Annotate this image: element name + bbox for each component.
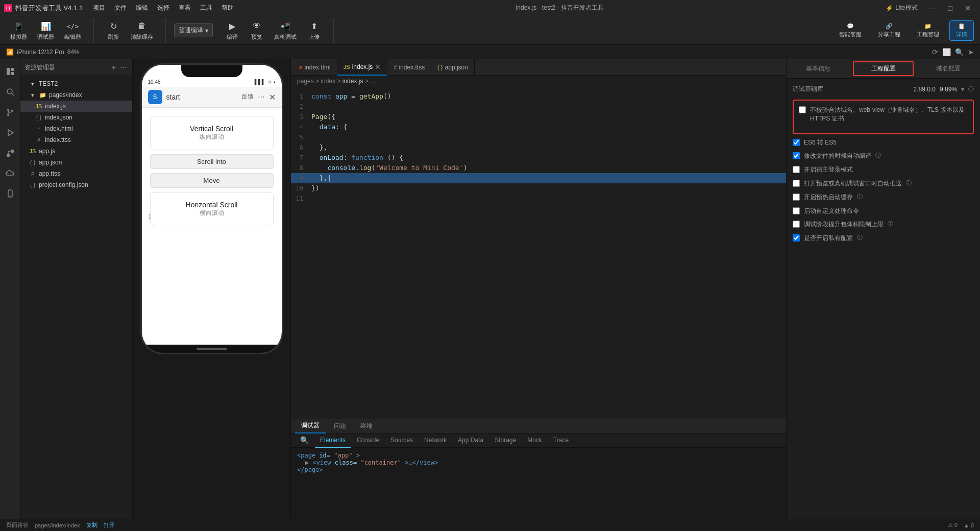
index-ttss-file[interactable]: # index.ttss: [20, 134, 132, 146]
svg-marker-9: [8, 130, 13, 136]
js-tab-close[interactable]: ✕: [375, 63, 381, 71]
code-line-1: 1 const app = getApp(): [291, 91, 786, 102]
screenshot-icon[interactable]: ⬜: [942, 48, 951, 56]
project-config-file[interactable]: { } project.config.json: [20, 179, 132, 190]
lite-icon: ⚡: [886, 5, 893, 12]
preview-btn[interactable]: 👁 预览: [246, 18, 268, 43]
index-json-file[interactable]: { } index.json: [20, 112, 132, 123]
menu-help[interactable]: 帮助: [217, 3, 238, 13]
sidebar-git-btn[interactable]: [2, 104, 18, 120]
project-config-tab[interactable]: 工程配置: [853, 61, 914, 76]
devtool-inspect-icon[interactable]: 🔍: [295, 433, 314, 448]
appdata-tab[interactable]: App Data: [453, 433, 488, 448]
menu-edit[interactable]: 编辑: [132, 3, 152, 13]
warmup-cache-checkbox[interactable]: [793, 194, 800, 201]
customer-service-btn[interactable]: 💬 智能客服: [833, 21, 868, 40]
share-project-btn[interactable]: 🔗 分享工程: [872, 21, 906, 40]
win-max-btn[interactable]: □: [943, 2, 958, 14]
sidebar-debug-btn[interactable]: [2, 125, 18, 141]
copy-route-btn[interactable]: 复制: [86, 521, 97, 529]
collapse-btn[interactable]: ⋯: [119, 62, 128, 73]
more-icon[interactable]: ···: [258, 92, 264, 102]
sources-tab[interactable]: Sources: [385, 433, 418, 448]
compile-btn[interactable]: ▶ 编译: [221, 18, 243, 43]
debugger-tab[interactable]: 调试器: [295, 419, 326, 433]
clear-cache-btn[interactable]: 🗑 清除缓存: [127, 18, 157, 43]
basic-info-tab[interactable]: 基本信息: [787, 60, 850, 77]
device-debug-label: 真机调试: [274, 33, 297, 41]
warmup-cache-info-icon[interactable]: ⓘ: [857, 193, 863, 201]
phone-number: 1: [148, 213, 152, 220]
no-verify-checkbox[interactable]: [799, 106, 806, 113]
domain-config-tab[interactable]: 域名配置: [917, 60, 980, 77]
simulator-btn[interactable]: 📱 模拟器: [6, 18, 31, 43]
project-manager-btn[interactable]: 📁 工程管理: [911, 21, 945, 40]
elements-tab[interactable]: Elements: [315, 433, 351, 448]
sidebar-device-btn[interactable]: [2, 186, 18, 202]
custom-handler-checkbox[interactable]: [793, 207, 800, 214]
console-tab[interactable]: Console: [352, 433, 384, 448]
debug-lib-info-icon[interactable]: ⓘ: [968, 85, 974, 93]
editor-btn[interactable]: </> 编辑器: [60, 18, 85, 43]
move-btn[interactable]: Move: [150, 173, 274, 188]
rotate-icon[interactable]: ⟳: [932, 48, 938, 56]
tab-index-ttss[interactable]: # index.ttss: [387, 59, 431, 76]
device-debug-btn[interactable]: 📲 真机调试: [270, 18, 301, 43]
host-login-checkbox[interactable]: [793, 166, 800, 173]
tab-app-json[interactable]: { } app.json: [431, 59, 475, 76]
private-config-row: 是否开启私有配置 ⓘ: [793, 234, 974, 243]
terminal-tab[interactable]: 终端: [354, 419, 379, 433]
scroll-into-btn[interactable]: Scroll into: [150, 154, 274, 169]
pages-folder[interactable]: ▾ 📁 pages\index: [20, 89, 132, 101]
sidebar-explorer-btn[interactable]: [2, 63, 18, 80]
mock-tab[interactable]: Mock: [522, 433, 547, 448]
problems-tab[interactable]: 问题: [328, 419, 352, 433]
menu-project[interactable]: 项目: [89, 3, 109, 13]
index-html-file[interactable]: ≡ index.html: [20, 123, 132, 134]
pkg-limit-checkbox[interactable]: [793, 221, 800, 228]
debugger-btn[interactable]: 📊 调试器: [33, 18, 58, 43]
inspect-icon[interactable]: 🔍: [955, 48, 964, 56]
menu-file[interactable]: 文件: [110, 3, 131, 13]
phone-status-icons: ▌▌▌ ≋ ▪: [255, 79, 276, 85]
chevron-down-icon[interactable]: ▾: [961, 86, 964, 93]
private-config-checkbox[interactable]: [793, 234, 800, 242]
auto-push-checkbox[interactable]: [793, 180, 800, 187]
storage-tab[interactable]: Storage: [489, 433, 521, 448]
feedback-btn[interactable]: 反馈: [241, 92, 254, 102]
upload-btn[interactable]: ⬆ 上传: [303, 18, 325, 43]
app-json-file[interactable]: { } app.json: [20, 157, 132, 168]
sidebar-cloud-btn[interactable]: [2, 165, 18, 182]
auto-compile-checkbox[interactable]: [793, 152, 800, 159]
index-js-file[interactable]: JS index.js: [20, 101, 132, 112]
trace-tab[interactable]: Trace: [548, 433, 574, 448]
es6-checkbox[interactable]: [793, 139, 800, 146]
close-icon[interactable]: ✕: [269, 92, 276, 102]
private-config-info-icon[interactable]: ⓘ: [857, 234, 863, 242]
new-file-btn[interactable]: +: [111, 62, 117, 73]
win-close-btn[interactable]: ✕: [960, 2, 976, 14]
app-js-file[interactable]: JS app.js: [20, 146, 132, 157]
tab-index-js[interactable]: JS index.js ✕: [337, 59, 388, 76]
code-editor[interactable]: 1 const app = getApp() 2 3 Page({ 4 data…: [291, 87, 786, 419]
app-ttss-file[interactable]: # app.ttss: [20, 168, 132, 179]
auto-compile-info-icon[interactable]: ⓘ: [875, 152, 881, 159]
win-min-btn[interactable]: —: [924, 2, 941, 14]
auto-push-info-icon[interactable]: ⓘ: [906, 179, 912, 187]
next-icon[interactable]: ➤: [968, 48, 974, 56]
refresh-btn[interactable]: ↻ 刷新: [102, 18, 125, 43]
lite-mode-btn[interactable]: ⚡ Lite模式: [881, 2, 921, 14]
tab-index-ttml[interactable]: ≡ index.ttml: [293, 59, 337, 76]
pkg-limit-info-icon[interactable]: ⓘ: [888, 220, 893, 228]
menu-tools[interactable]: 工具: [196, 3, 216, 13]
sidebar-search-btn[interactable]: [2, 84, 18, 100]
compile-dropdown[interactable]: 普通编译 ▾: [174, 23, 213, 37]
open-route-btn[interactable]: 打开: [104, 521, 115, 529]
menu-view[interactable]: 查看: [175, 3, 195, 13]
root-folder[interactable]: ▾ TEST2: [20, 78, 132, 89]
details-btn[interactable]: 📋 详情: [949, 20, 974, 41]
no-verify-box: 不校验合法域名、web-view（业务域名）、TLS 版本以及 HTTPS 证书: [793, 100, 974, 134]
sidebar-extensions-btn[interactable]: [2, 145, 18, 161]
menu-select[interactable]: 选择: [153, 3, 174, 13]
network-tab[interactable]: Network: [419, 433, 452, 448]
